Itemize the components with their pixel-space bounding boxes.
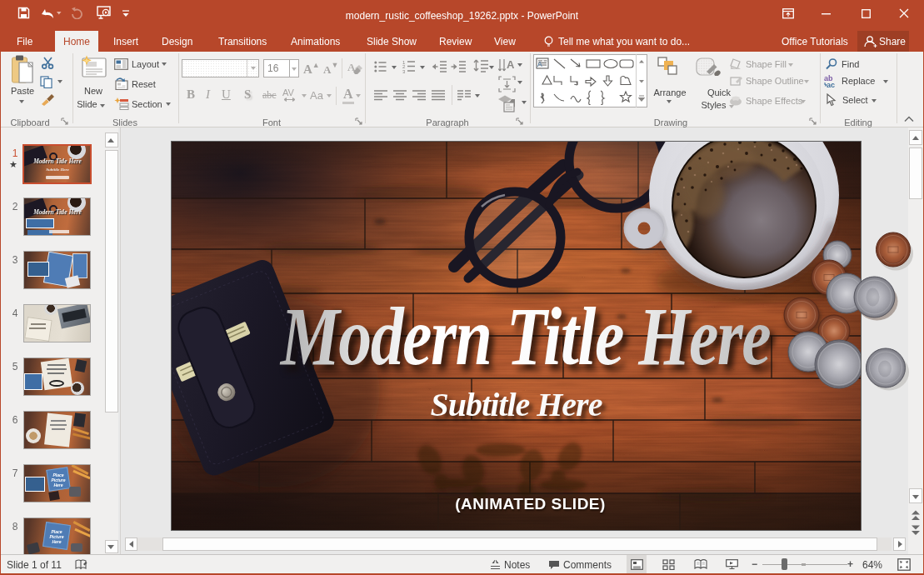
svg-text:AV: AV bbox=[282, 88, 295, 98]
svg-text:A: A bbox=[537, 60, 542, 68]
svg-text:ac: ac bbox=[827, 81, 835, 88]
svg-text:3: 3 bbox=[402, 69, 406, 74]
svg-text:A: A bbox=[507, 58, 515, 71]
